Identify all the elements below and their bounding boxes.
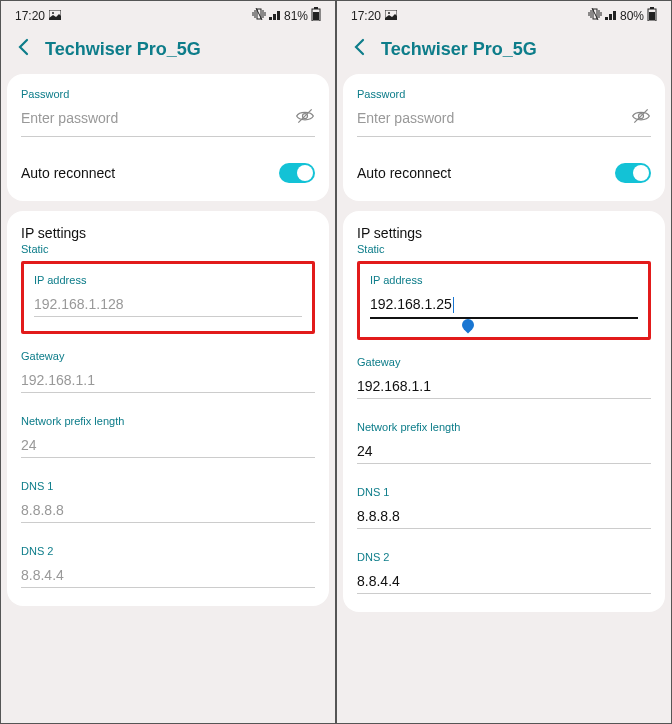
cursor-handle-icon[interactable]: [460, 317, 477, 334]
gateway-input[interactable]: 192.168.1.1: [21, 368, 315, 393]
text-cursor: [453, 297, 454, 313]
visibility-off-icon[interactable]: [295, 106, 315, 130]
page-title: Techwiser Pro_5G: [381, 39, 537, 60]
ip-address-label: IP address: [370, 274, 638, 286]
svg-rect-15: [649, 12, 655, 20]
vibrate-icon: [252, 8, 266, 23]
picture-icon: [385, 9, 397, 23]
password-card: Password Auto reconnect: [7, 74, 329, 201]
ip-settings-title: IP settings: [357, 225, 651, 241]
ip-settings-mode[interactable]: Static: [21, 243, 315, 255]
ip-address-highlight: IP address 192.168.1.25: [357, 261, 651, 340]
svg-point-10: [388, 12, 390, 14]
dns2-label: DNS 2: [21, 545, 315, 557]
back-icon[interactable]: [15, 38, 33, 60]
dns1-label: DNS 1: [357, 486, 651, 498]
status-bar: 17:20 81%: [1, 1, 335, 26]
auto-reconnect-toggle[interactable]: [279, 163, 315, 183]
ip-address-input[interactable]: 192.168.1.128: [34, 292, 302, 317]
vibrate-icon: [588, 8, 602, 23]
battery-icon: [647, 7, 657, 24]
auto-reconnect-label: Auto reconnect: [357, 165, 451, 181]
dns1-input[interactable]: 8.8.8.8: [21, 498, 315, 523]
page-title: Techwiser Pro_5G: [45, 39, 201, 60]
ip-settings-card: IP settings Static IP address 192.168.1.…: [7, 211, 329, 606]
auto-reconnect-toggle[interactable]: [615, 163, 651, 183]
back-icon[interactable]: [351, 38, 369, 60]
auto-reconnect-label: Auto reconnect: [21, 165, 115, 181]
status-time: 17:20: [15, 9, 45, 23]
dns1-input[interactable]: 8.8.8.8: [357, 504, 651, 529]
dns2-input[interactable]: 8.8.4.4: [357, 569, 651, 594]
password-label: Password: [357, 88, 651, 100]
password-label: Password: [21, 88, 315, 100]
ip-address-label: IP address: [34, 274, 302, 286]
gateway-input[interactable]: 192.168.1.1: [357, 374, 651, 399]
password-card: Password Auto reconnect: [343, 74, 665, 201]
status-time: 17:20: [351, 9, 381, 23]
svg-point-1: [52, 12, 54, 14]
phone-screen-left: 17:20 81% Techwiser Pro_5G Password: [0, 0, 336, 724]
phone-screen-right: 17:20 80% Techwiser Pro_5G Password: [336, 0, 672, 724]
password-input[interactable]: [357, 110, 631, 126]
visibility-off-icon[interactable]: [631, 106, 651, 130]
svg-line-8: [298, 109, 311, 122]
ip-address-highlight: IP address 192.168.1.128: [21, 261, 315, 334]
screen-header: Techwiser Pro_5G: [337, 26, 671, 74]
gateway-label: Gateway: [21, 350, 315, 362]
gateway-label: Gateway: [357, 356, 651, 368]
svg-rect-6: [313, 12, 319, 20]
signal-icon: [269, 9, 281, 23]
password-input[interactable]: [21, 110, 295, 126]
battery-percent: 81%: [284, 9, 308, 23]
battery-percent: 80%: [620, 9, 644, 23]
dns1-label: DNS 1: [21, 480, 315, 492]
screen-header: Techwiser Pro_5G: [1, 26, 335, 74]
ip-settings-card: IP settings Static IP address 192.168.1.…: [343, 211, 665, 612]
picture-icon: [49, 9, 61, 23]
signal-icon: [605, 9, 617, 23]
dns2-input[interactable]: 8.8.4.4: [21, 563, 315, 588]
ip-settings-title: IP settings: [21, 225, 315, 241]
ip-address-input[interactable]: 192.168.1.25: [370, 292, 638, 319]
battery-icon: [311, 7, 321, 24]
prefix-input[interactable]: 24: [21, 433, 315, 458]
prefix-input[interactable]: 24: [357, 439, 651, 464]
ip-settings-mode[interactable]: Static: [357, 243, 651, 255]
prefix-label: Network prefix length: [21, 415, 315, 427]
status-bar: 17:20 80%: [337, 1, 671, 26]
dns2-label: DNS 2: [357, 551, 651, 563]
prefix-label: Network prefix length: [357, 421, 651, 433]
svg-line-17: [634, 109, 647, 122]
ip-address-value: 192.168.1.25: [370, 296, 452, 312]
